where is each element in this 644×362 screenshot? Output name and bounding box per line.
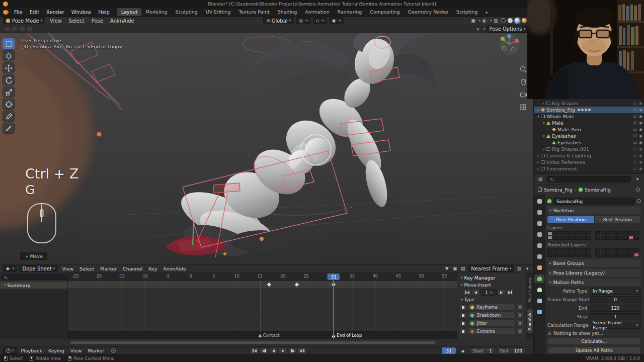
layer-toggle[interactable]	[581, 236, 586, 240]
layer-toggle[interactable]	[606, 236, 611, 240]
outliner-item-rig-shapes[interactable]: ▸Rig Shapes☑◉	[534, 100, 644, 107]
workspace-tab-rendering[interactable]: Rendering	[334, 8, 366, 16]
paths-type-dropdown[interactable]: In Range ▾	[590, 288, 641, 295]
snap-dropdown[interactable]: ∩▾	[313, 17, 327, 24]
layer-toggle[interactable]	[547, 236, 552, 240]
zoom-icon[interactable]	[519, 65, 527, 73]
playhead-frame-badge[interactable]: 31	[328, 274, 340, 280]
key-manager-title-row[interactable]: ▾ Key Manager	[459, 274, 524, 281]
proportional-edit-dropdown[interactable]: ◉▾	[329, 17, 344, 24]
layer-toggle[interactable]	[606, 253, 611, 257]
render-visibility-icon[interactable]: ◉	[639, 140, 642, 145]
properties-tab-physics[interactable]	[534, 308, 544, 316]
jump-to-start-button[interactable]	[250, 347, 259, 354]
layer-toggle[interactable]	[601, 231, 606, 235]
render-visibility-icon[interactable]: ◉	[639, 134, 642, 138]
type-section[interactable]: ▾ Type	[459, 296, 524, 303]
disclosure-triangle-icon[interactable]: ▾	[541, 134, 546, 138]
layer-toggle[interactable]	[595, 253, 600, 257]
play-button[interactable]	[279, 347, 287, 354]
layer-toggle[interactable]	[628, 248, 633, 252]
sidetab-animaide[interactable]: AnimAide	[527, 309, 533, 333]
layer-toggle[interactable]	[601, 236, 606, 240]
data-name-field[interactable]: SombraRig	[553, 198, 635, 205]
frame-end-field[interactable]: End 120	[497, 347, 525, 354]
layer-toggle[interactable]	[612, 231, 617, 235]
frame-start-field[interactable]: Start 1	[470, 347, 495, 354]
outliner-item-eyelashes[interactable]: ▾Eyelashes☑◉	[534, 133, 644, 139]
tool-setting-icon[interactable]	[12, 27, 18, 32]
render-visibility-icon[interactable]: ◉	[639, 101, 642, 106]
panel-skeleton[interactable]: ▾ Skeleton	[547, 207, 641, 214]
menu-file[interactable]: File	[11, 8, 26, 17]
layer-toggle[interactable]	[581, 253, 586, 257]
horizontal-scrollbar[interactable]	[70, 341, 435, 344]
mode-selector[interactable]: Pose Mode ▾	[3, 17, 45, 24]
layer-toggle[interactable]	[570, 236, 575, 240]
layer-toggle[interactable]	[564, 231, 569, 235]
checkbox-icon[interactable]: ☑	[633, 127, 637, 132]
keytype-keyframe-button[interactable]: Keyframe	[468, 304, 515, 311]
layer-toggle[interactable]	[553, 236, 558, 240]
current-frame-field[interactable]: 31	[442, 347, 456, 354]
layer-toggle[interactable]	[558, 231, 564, 235]
transform-orientation-dropdown[interactable]: ⊕ Global ▾	[263, 17, 294, 24]
snap-keys-icon[interactable]: ▥	[516, 265, 523, 272]
layer-toggle[interactable]	[586, 236, 591, 240]
dopesheet-mode-dropdown[interactable]: Dope Sheet ▾	[19, 265, 58, 272]
tool-select-box[interactable]	[3, 38, 15, 49]
checkbox-icon[interactable]: ☑	[633, 160, 637, 164]
workspace-tab-shading[interactable]: Shading	[274, 8, 301, 16]
pan-hand-icon[interactable]	[519, 78, 527, 86]
layer-toggle[interactable]	[547, 248, 552, 252]
properties-tab-view-layer[interactable]	[534, 230, 544, 239]
layer-toggle[interactable]	[595, 231, 600, 235]
layer-toggle[interactable]	[612, 253, 617, 257]
disclosure-triangle-icon[interactable]: ▸	[536, 108, 541, 112]
workspace-tab-texture-paint[interactable]: Texture Paint	[234, 8, 273, 16]
delete-keys-button[interactable]: ×	[516, 328, 524, 335]
layer-toggle[interactable]	[623, 248, 628, 252]
properties-editor-icon[interactable]: ▤	[537, 175, 544, 183]
add-workspace-tab[interactable]: +	[481, 10, 492, 15]
workspace-tab-uv-editing[interactable]: UV Editing	[202, 8, 235, 16]
checkbox-icon[interactable]: ☑	[633, 140, 637, 145]
render-visibility-icon[interactable]: ◉	[639, 121, 642, 125]
render-visibility-icon[interactable]: ◉	[639, 108, 642, 112]
workspace-tab-scripting[interactable]: Scripting	[452, 8, 481, 16]
nearest-frame-dropdown[interactable]: Nearest Frame ▾	[468, 265, 514, 272]
pivot-point-dropdown[interactable]: ◎▾	[296, 17, 310, 24]
layer-toggle[interactable]	[623, 231, 628, 235]
layer-toggle[interactable]	[612, 236, 617, 240]
dopesheet-menu-animaide[interactable]: AnimAide	[160, 264, 189, 273]
properties-tab-object[interactable]	[534, 263, 544, 272]
move-insert-section[interactable]: ▾ Move-Insert	[459, 282, 524, 288]
layer-toggle[interactable]	[634, 231, 639, 235]
play-reverse-button[interactable]	[269, 347, 278, 354]
layer-toggle[interactable]	[612, 248, 617, 252]
breadcrumb-object[interactable]: Sombra_Rig	[544, 187, 573, 193]
tool-measure[interactable]	[3, 123, 15, 134]
outliner-item-male-arm[interactable]: Male_Arm☑◉	[534, 126, 644, 133]
layer-toggle[interactable]	[547, 231, 552, 235]
ortho-toggle-icon[interactable]	[519, 103, 527, 111]
layer-toggle[interactable]	[575, 248, 580, 252]
panel-motion-paths[interactable]: ▾ Motion Paths	[547, 279, 641, 286]
render-visibility-icon[interactable]: ◉	[639, 166, 642, 171]
camera-view-icon[interactable]	[519, 90, 527, 99]
layer-toggle[interactable]	[553, 231, 558, 235]
layer-toggle[interactable]	[570, 248, 575, 252]
sidetab-pose-library[interactable]: Pose Library	[527, 275, 533, 305]
layer-toggle[interactable]	[553, 253, 558, 257]
checkbox-icon[interactable]: ☑	[633, 121, 637, 125]
step-input[interactable]: 1	[590, 313, 641, 320]
properties-tab-world[interactable]	[534, 252, 544, 261]
hide-channels-toggle[interactable]: ▤	[459, 265, 466, 272]
auto-keying-toggle[interactable]	[111, 348, 116, 353]
layer-toggle[interactable]	[575, 236, 580, 240]
keytype-breakdown-button[interactable]: Breakdown	[468, 312, 515, 319]
viewport-3d[interactable]: User Perspective (31) Sombra_Rig : Breas…	[0, 25, 533, 264]
playbar-menu-marker[interactable]: Marker	[85, 346, 107, 355]
delete-keys-button[interactable]: ×	[516, 304, 524, 311]
delete-keys-button[interactable]: ×	[516, 312, 524, 319]
